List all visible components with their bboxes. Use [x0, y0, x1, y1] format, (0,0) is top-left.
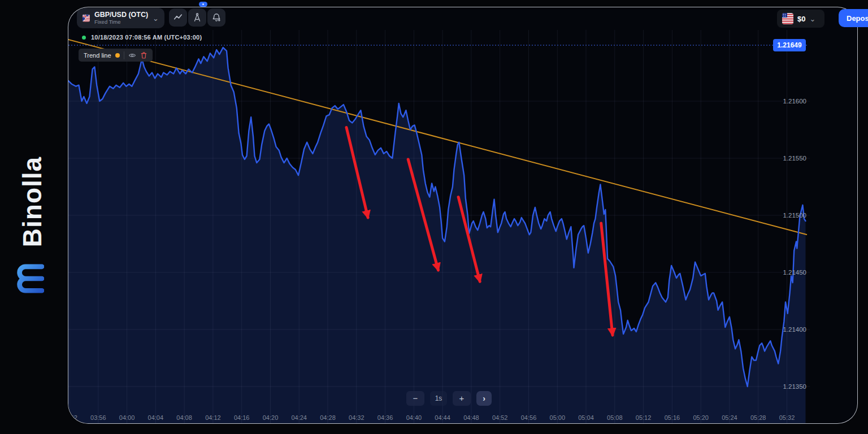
svg-text:04:36: 04:36	[377, 414, 393, 421]
delete-tool-button[interactable]	[140, 51, 147, 59]
svg-text:05:16: 05:16	[665, 414, 680, 421]
svg-text:04:48: 04:48	[463, 414, 479, 421]
chevron-down-icon: ⌄	[153, 15, 159, 22]
svg-text:05:28: 05:28	[750, 414, 766, 421]
zoom-out-button[interactable]: −	[406, 391, 424, 406]
svg-text:1.21400: 1.21400	[783, 326, 806, 333]
svg-text:04:28: 04:28	[320, 414, 336, 421]
instrument-selector[interactable]: GBP/USD (OTC) Fixed Time ⌄	[77, 8, 164, 28]
alerts-button[interactable]	[207, 8, 225, 27]
svg-text:04:20: 04:20	[263, 414, 279, 421]
area-fill	[68, 47, 806, 423]
svg-text:1.21550: 1.21550	[783, 155, 806, 162]
price-chart-canvas[interactable]: 1.216001.215501.215001.214501.214001.213…	[68, 7, 857, 423]
timestamp-text: 10/18/2023 07:08:56 AM (UTC+03:00)	[91, 34, 202, 41]
instrument-name: GBP/USD (OTC)	[94, 11, 148, 19]
gbpusd-flag-icon	[83, 11, 90, 25]
divider	[124, 51, 124, 59]
svg-text:04:12: 04:12	[205, 414, 221, 421]
chevron-down-icon: ⌄	[809, 15, 815, 23]
svg-text:1.21450: 1.21450	[783, 269, 806, 276]
compass-icon	[192, 12, 202, 23]
zoom-controls: − 1s + ›	[406, 391, 492, 406]
trend-line-tool-pill: Trend line	[79, 49, 153, 62]
svg-text:05:20: 05:20	[693, 414, 709, 421]
svg-text:04:00: 04:00	[119, 414, 135, 421]
us-flag-icon	[782, 13, 793, 24]
scroll-right-button[interactable]: ›	[476, 391, 492, 406]
deposit-button[interactable]: Deposit	[839, 9, 868, 27]
brand-wordmark: Binolla	[15, 148, 49, 255]
current-price-badge: 1.21649	[773, 39, 806, 51]
visibility-toggle-button[interactable]	[128, 51, 136, 59]
svg-text:1.21500: 1.21500	[783, 212, 806, 219]
drawing-tools-badge	[199, 2, 207, 7]
svg-text:04:16: 04:16	[234, 414, 250, 421]
svg-text:03:56: 03:56	[90, 414, 106, 421]
app-root: Binolla 1.216001.215501.215001.214501.21…	[0, 0, 868, 434]
eye-icon	[128, 51, 136, 59]
binolla-logo	[14, 261, 44, 296]
svg-text:04:40: 04:40	[406, 414, 422, 421]
chart-type-button[interactable]	[169, 8, 187, 27]
svg-text:03:52: 03:52	[68, 414, 77, 421]
live-dot	[82, 36, 86, 40]
svg-text:04:08: 04:08	[176, 414, 192, 421]
svg-text:05:08: 05:08	[607, 414, 623, 421]
balance-selector[interactable]: $0 ⌄	[777, 10, 824, 28]
interval-label[interactable]: 1s	[430, 391, 447, 406]
tool-label: Trend line	[84, 52, 111, 59]
svg-text:04:32: 04:32	[349, 414, 364, 421]
trend-color-swatch[interactable]	[115, 53, 120, 58]
svg-text:05:12: 05:12	[636, 414, 652, 421]
zoom-in-button[interactable]: +	[453, 391, 471, 406]
svg-text:1.21600: 1.21600	[783, 98, 806, 105]
svg-text:1.21350: 1.21350	[783, 383, 806, 390]
line-chart-icon	[173, 12, 183, 23]
svg-text:05:24: 05:24	[722, 414, 737, 421]
drawing-tools-button[interactable]	[188, 8, 206, 27]
bell-plus-icon	[211, 12, 222, 23]
trash-icon	[140, 51, 147, 59]
svg-text:05:32: 05:32	[779, 414, 795, 421]
svg-text:04:24: 04:24	[291, 414, 307, 421]
svg-text:04:44: 04:44	[435, 414, 450, 421]
svg-text:04:52: 04:52	[492, 414, 508, 421]
chart-panel: 1.216001.215501.215001.214501.214001.213…	[68, 7, 858, 424]
svg-text:04:04: 04:04	[148, 414, 164, 421]
svg-text:05:00: 05:00	[550, 414, 566, 421]
balance-amount: $0	[797, 15, 805, 23]
svg-text:05:04: 05:04	[578, 414, 594, 421]
svg-text:04:56: 04:56	[521, 414, 537, 421]
chart-timestamp: 10/18/2023 07:08:56 AM (UTC+03:00)	[82, 34, 202, 41]
instrument-mode: Fixed Time	[94, 19, 148, 25]
